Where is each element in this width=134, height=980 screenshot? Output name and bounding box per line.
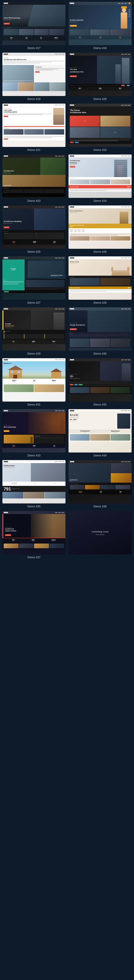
demo-item-18[interactable]: Architect Specifies Modern Architecture … xyxy=(68,2,132,51)
logo-29 xyxy=(4,308,8,309)
logo-30 xyxy=(70,308,74,309)
demo-thumbnail-comingsoon: comming soon more demos xyxy=(68,511,132,554)
demo-label-24: Demo #24 xyxy=(94,199,107,202)
demo-label-30: Demo #30 xyxy=(94,352,107,355)
demo-label-17: Demo #17 xyxy=(27,46,40,49)
logo-31 xyxy=(4,359,8,360)
demo-item-23[interactable]: Architecture Modern Design Luxury Interi… xyxy=(2,154,66,204)
demo-item-32[interactable]: 12+ Discover Our Story 12+ Years of Exce… xyxy=(68,358,132,407)
demo-thumbnail-32[interactable]: 12+ Discover Our Story 12+ Years of Exce… xyxy=(68,358,132,402)
demo-thumbnail-34[interactable]: Archi Architecture Studio 20 | 100+ Year… xyxy=(68,409,132,452)
demo-thumbnail-27[interactable]: InnovativeDesign Architecture Studio Mod… xyxy=(2,256,66,300)
demo-thumbnail-35[interactable]: Building Space We specialize in these fi… xyxy=(2,460,66,503)
demo-item-35[interactable]: Building Space We specialize in these fi… xyxy=(2,460,66,509)
logo-28 xyxy=(70,257,74,259)
logo-20 xyxy=(70,54,74,55)
demo-item-37[interactable]: Architecture Studio Architect formodern … xyxy=(2,511,66,560)
demo-item-36[interactable]: Architecture Portfolio Modern Design Gal… xyxy=(68,460,132,509)
demo-item-21[interactable]: Architecture Studio I will createsomethi… xyxy=(2,103,66,153)
demo-item-20[interactable]: Exterior / Interior / The best architect… xyxy=(68,52,132,102)
demo-label-31: Demo #31 xyxy=(27,403,40,406)
demo-thumbnail-26[interactable]: We are passionate & Architecture Studio … xyxy=(68,205,132,249)
demo-label-35: Demo #35 xyxy=(27,505,40,508)
demo-item-30[interactable]: Discover Our Story Design Excellence Lea… xyxy=(68,307,132,356)
logo-35 xyxy=(4,461,8,462)
demo-item-29[interactable]: Creative Architecture Design Solutions xyxy=(2,307,66,356)
demo-item-34[interactable]: Archi Architecture Studio 20 | 100+ Year… xyxy=(68,409,132,458)
demo-label-23: Demo #23 xyxy=(27,199,40,202)
demo-label-28: Demo #28 xyxy=(94,301,107,304)
demo-thumbnail-19[interactable]: Our Story Architecture with different vi… xyxy=(2,52,66,96)
logo-21 xyxy=(4,105,8,106)
demo-thumbnail-37[interactable]: Architecture Studio Architect formodern … xyxy=(2,511,66,554)
demo-thumbnail-28[interactable]: Modern Living Interior & Exterior Our Pr… xyxy=(68,256,132,300)
demo-label-32: Demo #32 xyxy=(94,403,107,406)
demo-thumbnail-30[interactable]: Discover Our Story Design Excellence Lea… xyxy=(68,307,132,351)
demo-grid: Award Winning Design Architecture & Inte… xyxy=(0,0,134,562)
demo-item-19[interactable]: Our Story Architecture with different vi… xyxy=(2,52,66,102)
demo-item-24[interactable]: ArchitectureBuilding Design & Build View… xyxy=(68,154,132,204)
demo-label-29: Demo #29 xyxy=(27,352,40,355)
logo-26 xyxy=(70,206,74,208)
demo-label-33: Demo #33 xyxy=(27,454,40,457)
demo-thumbnail-20[interactable]: Exterior / Interior / The best architect… xyxy=(68,52,132,96)
demo-thumbnail-21[interactable]: Architecture Studio I will createsomethi… xyxy=(2,103,66,147)
demo-thumbnail-36[interactable]: Architecture Portfolio Modern Design Gal… xyxy=(68,460,132,503)
logo-36 xyxy=(70,461,74,462)
demo-item-31[interactable]: Buildvox s 150+Projects 25Years 98%Happy… xyxy=(2,358,66,407)
demo-item-22[interactable]: Exterior / Interior / The FatroeArchitec… xyxy=(68,103,132,153)
demo-label-26: Demo #26 xyxy=(94,250,107,253)
demo-label-27: Demo #27 xyxy=(27,301,40,304)
demo-label-21: Demo #21 xyxy=(27,148,40,151)
demo-label-36: Demo #36 xyxy=(94,505,107,508)
demo-label-19: Demo #19 xyxy=(27,97,40,100)
demo-label-37: Demo #37 xyxy=(27,556,40,559)
demo-label-20: Demo #20 xyxy=(94,97,107,100)
demo-item-17[interactable]: Award Winning Design Architecture & Inte… xyxy=(2,2,66,51)
demo-thumbnail-31[interactable]: Buildvox s 150+Projects 25Years 98%Happy xyxy=(2,358,66,402)
demo-thumbnail-18[interactable]: Architect Specifies Modern Architecture … xyxy=(68,2,132,45)
demo-thumbnail-33[interactable]: Building Our Dream We're passionate Expl… xyxy=(2,409,66,452)
logo-19 xyxy=(4,54,8,55)
demo-label-22: Demo #22 xyxy=(94,148,107,151)
logo-32 xyxy=(70,359,74,360)
logo-23 xyxy=(4,155,8,157)
demo-label-18: Demo #18 xyxy=(94,46,107,49)
demo-thumbnail-25[interactable]: Architecture Building Design & Construct… xyxy=(2,205,66,249)
coming-soon-text: comming soon more demos xyxy=(92,530,108,536)
demo-item-33[interactable]: Building Our Dream We're passionate Expl… xyxy=(2,409,66,458)
demo-item-27[interactable]: InnovativeDesign Architecture Studio Mod… xyxy=(2,256,66,305)
demo-thumbnail-24[interactable]: ArchitectureBuilding Design & Build View… xyxy=(68,154,132,198)
demo-thumbnail-23[interactable]: Architecture Modern Design Luxury Interi… xyxy=(2,154,66,198)
logo-34 xyxy=(70,410,74,411)
demo-item-28[interactable]: Modern Living Interior & Exterior Our Pr… xyxy=(68,256,132,305)
demo-label-34: Demo #34 xyxy=(94,454,107,457)
logo-17 xyxy=(4,3,8,4)
demo-label-25: Demo #25 xyxy=(27,250,40,253)
demo-item-25[interactable]: Architecture Building Design & Construct… xyxy=(2,205,66,255)
logo-25 xyxy=(4,206,8,208)
logo-37 xyxy=(4,512,8,513)
logo-22 xyxy=(70,105,74,106)
logo-27 xyxy=(4,257,8,259)
demo-item-comingsoon: comming soon more demos xyxy=(68,511,132,560)
demo-thumbnail-29[interactable]: Creative Architecture Design Solutions xyxy=(2,307,66,351)
logo-24 xyxy=(70,155,74,157)
demo-item-26[interactable]: We are passionate & Architecture Studio … xyxy=(68,205,132,255)
logo-18 xyxy=(70,3,74,4)
demo-thumbnail-22[interactable]: Exterior / Interior / The FatroeArchitec… xyxy=(68,103,132,147)
logo-33 xyxy=(4,410,8,411)
demo-thumbnail-17[interactable]: Award Winning Design Architecture & Inte… xyxy=(2,2,66,45)
